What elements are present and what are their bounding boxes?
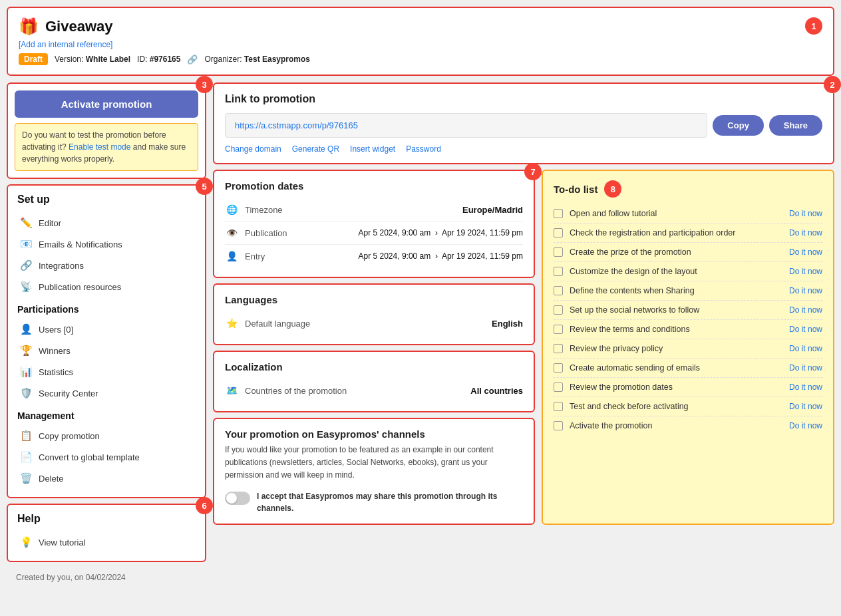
todo-action-1[interactable]: Do it now (789, 228, 822, 237)
password-link[interactable]: Password (406, 144, 441, 154)
todo-action-4[interactable]: Do it now (789, 286, 822, 295)
winners-icon: 🏆 (20, 345, 32, 357)
todo-checkbox-2[interactable] (554, 247, 563, 257)
activate-warning: Do you want to test the promotion before… (15, 123, 198, 171)
todo-checkbox-6[interactable] (554, 325, 563, 334)
todo-checkbox-5[interactable] (554, 305, 563, 315)
channels-toggle-row: I accept that Easypromos may share this … (225, 490, 523, 514)
todo-action-11[interactable]: Do it now (789, 421, 822, 430)
tutorial-icon: 💡 (20, 536, 32, 548)
sidebar-item-integrations[interactable]: 🔗 Integrations (17, 255, 196, 276)
header-section: 🎁 Giveaway [Add an internal reference] D… (7, 7, 834, 76)
integrations-label: Integrations (39, 261, 84, 271)
sidebar-item-winners[interactable]: 🏆 Winners (17, 340, 196, 361)
todo-action-9[interactable]: Do it now (789, 383, 822, 392)
step-8-badge: 8 (604, 180, 621, 198)
change-domain-link[interactable]: Change domain (225, 144, 281, 154)
generate-qr-link[interactable]: Generate QR (292, 144, 339, 154)
todo-checkbox-8[interactable] (554, 363, 563, 373)
sidebar-item-publication-resources[interactable]: 📡 Publication resources (17, 276, 196, 297)
publication-dates-value: Apr 5 2024, 9:00 am › Apr 19 2024, 11:59… (359, 228, 524, 237)
channels-section: Your promotion on Easypromos' channels I… (213, 418, 535, 525)
todo-label-2: Create the prize of the promotion (570, 247, 782, 257)
sidebar-item-tutorial[interactable]: 💡 View tutorial (17, 532, 196, 553)
sidebar-item-copy-promotion[interactable]: 📋 Copy promotion (17, 425, 196, 446)
share-button[interactable]: Share (769, 115, 822, 136)
add-ref-link[interactable]: [Add an internal reference] (19, 40, 310, 49)
copy-button[interactable]: Copy (713, 115, 764, 136)
step-1-badge: 1 (805, 17, 822, 35)
todo-checkbox-3[interactable] (554, 267, 563, 276)
toggle-knob (226, 493, 237, 504)
timezone-label: Timezone (245, 205, 456, 215)
countries-label: Countries of the promotion (245, 386, 464, 396)
sidebar-item-delete[interactable]: 🗑️ Delete (17, 468, 196, 489)
todo-item-9: Review the promotion dates Do it now (554, 378, 822, 397)
todo-label-8: Create automatic sending of emails (570, 363, 782, 373)
publication-icon: 📡 (20, 281, 32, 293)
management-title: Management (17, 410, 196, 421)
editor-label: Editor (39, 218, 61, 228)
channels-toggle[interactable] (225, 492, 250, 505)
sidebar-item-users[interactable]: 👤 Users [0] (17, 319, 196, 340)
step-5-badge: 5 (196, 178, 213, 195)
promotion-dates-section: 7 Promotion dates 🌐 Timezone Europe/Madr… (213, 170, 535, 278)
todo-checkbox-10[interactable] (554, 402, 563, 411)
todo-action-0[interactable]: Do it now (789, 209, 822, 218)
link-url-display: https://a.cstmapp.com/p/976165 (225, 113, 707, 138)
enable-test-mode-link[interactable]: Enable test mode (69, 142, 130, 152)
emails-icon: 📧 (20, 238, 32, 250)
languages-title: Languages (225, 294, 523, 305)
todo-action-3[interactable]: Do it now (789, 267, 822, 276)
todo-checkbox-7[interactable] (554, 344, 563, 353)
todo-item-7: Review the privacy policy Do it now (554, 339, 822, 359)
todo-action-6[interactable]: Do it now (789, 325, 822, 334)
insert-widget-link[interactable]: Insert widget (350, 144, 395, 154)
setup-section: 5 Set up ✏️ Editor 📧 Emails & Notificati… (7, 184, 206, 498)
countries-value: All countries (470, 386, 523, 396)
sidebar-item-convert-template[interactable]: 📄 Convert to global template (17, 446, 196, 468)
todo-checkbox-9[interactable] (554, 383, 563, 392)
default-language-label: Default language (245, 319, 485, 329)
sidebar-item-emails[interactable]: 📧 Emails & Notifications (17, 233, 196, 255)
sidebar-item-editor[interactable]: ✏️ Editor (17, 212, 196, 233)
todo-label-9: Review the promotion dates (570, 383, 782, 392)
page-title: Giveaway (45, 18, 113, 35)
todo-item-2: Create the prize of the promotion Do it … (554, 243, 822, 262)
timezone-row: 🌐 Timezone Europe/Madrid (225, 198, 523, 222)
todo-checkbox-1[interactable] (554, 228, 563, 237)
publication-row: 👁️ Publication Apr 5 2024, 9:00 am › Apr… (225, 222, 523, 245)
meta-link-icon: 🔗 (187, 55, 198, 65)
todo-item-1: Check the registration and participation… (554, 224, 822, 243)
security-icon: 🛡️ (20, 387, 32, 399)
default-language-value: English (492, 319, 523, 329)
todo-title: To-do list 8 (554, 180, 822, 198)
todo-action-8[interactable]: Do it now (789, 363, 822, 373)
todo-checkbox-0[interactable] (554, 209, 563, 218)
todo-action-5[interactable]: Do it now (789, 305, 822, 315)
publication-date-label: Publication (245, 228, 352, 238)
todo-action-2[interactable]: Do it now (789, 247, 822, 257)
todo-checkbox-4[interactable] (554, 286, 563, 295)
localization-section: Localization 🗺️ Countries of the promoti… (213, 351, 535, 412)
delete-icon: 🗑️ (20, 472, 32, 484)
activate-promotion-button[interactable]: Activate promotion (15, 90, 198, 118)
sidebar-item-statistics[interactable]: 📊 Statistics (17, 361, 196, 383)
sidebar: 3 Activate promotion Do you want to test… (7, 82, 206, 609)
statistics-icon: 📊 (20, 366, 32, 378)
timezone-icon: 🌐 (225, 204, 238, 215)
two-col-section: 7 Promotion dates 🌐 Timezone Europe/Madr… (213, 170, 834, 525)
gift-icon: 🎁 (19, 17, 39, 36)
todo-checkbox-11[interactable] (554, 421, 563, 430)
todo-action-7[interactable]: Do it now (789, 344, 822, 353)
editor-icon: ✏️ (20, 217, 32, 229)
todo-item-8: Create automatic sending of emails Do it… (554, 359, 822, 378)
todo-section: To-do list 8 Open and follow tutorial Do… (542, 170, 834, 525)
todo-action-10[interactable]: Do it now (789, 402, 822, 411)
todo-label-10: Test and check before activating (570, 402, 782, 411)
sidebar-item-security[interactable]: 🛡️ Security Center (17, 383, 196, 404)
todo-label-4: Define the contents when Sharing (570, 286, 782, 295)
security-label: Security Center (39, 388, 98, 398)
help-section: 6 Help 💡 View tutorial (7, 504, 206, 562)
delete-label: Delete (39, 474, 64, 484)
